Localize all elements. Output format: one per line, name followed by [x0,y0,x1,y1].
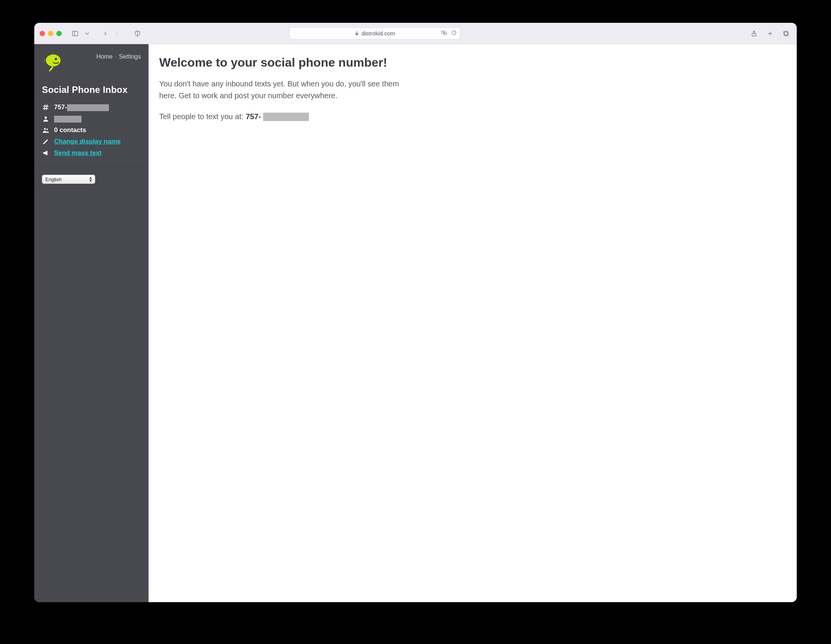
people-icon [42,127,50,134]
svg-rect-8 [784,31,788,35]
share-button[interactable] [749,28,759,39]
page-heading: Welcome to your social phone number! [159,56,786,70]
sidebar-title: Social Phone Inbox [34,81,149,102]
empty-inbox-message: You don't have any inbound texts yet. Bu… [159,78,418,102]
language-value: English [45,177,62,182]
svg-point-13 [46,129,48,130]
send-mass-text-link[interactable]: Send mass text [54,149,102,157]
nav-separator: · [115,53,117,60]
forward-button[interactable] [111,28,123,39]
sidebar-nav: Home · Settings [96,51,141,60]
phone-redacted [67,104,109,111]
tabs-overview-button[interactable] [781,28,791,39]
lock-icon [355,31,359,36]
tell-number-redacted [263,113,309,121]
phone-number-value: 757- [54,104,109,111]
minimize-window-button[interactable] [48,31,53,36]
svg-point-9 [46,54,61,67]
pencil-icon [42,138,50,145]
window-controls [40,31,62,36]
language-select[interactable]: English ▲▼ [42,175,95,184]
sidebar-toggle-button[interactable] [69,28,81,39]
back-button[interactable] [100,28,111,39]
content-area: Home · Settings Social Phone Inbox 757- [34,44,797,602]
svg-point-12 [44,128,46,130]
sidebar-dropdown-button[interactable] [82,28,93,39]
main-content: Welcome to your social phone number! You… [149,44,797,602]
svg-point-10 [55,58,57,60]
brand-logo[interactable] [41,51,64,74]
nav-settings-link[interactable]: Settings [119,53,141,60]
close-window-button[interactable] [40,31,45,36]
tell-number-prefix: 757- [246,112,261,121]
svg-rect-0 [72,31,78,36]
new-tab-button[interactable] [765,28,775,39]
display-name-value [54,115,82,123]
fullscreen-window-button[interactable] [56,31,62,36]
svg-point-11 [45,116,47,119]
address-domain: distrokid.com [361,30,395,37]
select-arrows-icon: ▲▼ [89,176,93,182]
contacts-row: 0 contacts [42,126,141,134]
sidebar-info-list: 757- 0 contacts [34,102,149,164]
tell-prefix: Tell people to text you at: [159,112,243,121]
phone-prefix: 757- [54,104,67,111]
hash-icon [42,104,50,111]
reload-button[interactable] [451,30,457,37]
display-name-redacted [54,116,82,123]
privacy-shield-button[interactable] [132,28,143,39]
titlebar: distrokid.com [34,23,797,44]
change-display-name-row: Change display name [42,138,141,145]
sidebar: Home · Settings Social Phone Inbox 757- [34,44,149,602]
send-mass-text-row: Send mass text [42,149,141,157]
browser-window: distrokid.com [34,23,797,602]
translate-icon[interactable] [441,30,447,37]
bullhorn-icon [42,150,50,156]
address-bar[interactable]: distrokid.com [289,27,460,40]
svg-rect-7 [785,32,788,36]
contacts-count: 0 contacts [54,126,86,134]
person-icon [42,115,50,122]
phone-number-row: 757- [42,104,141,111]
nav-home-link[interactable]: Home [96,53,113,60]
tell-people-line: Tell people to text you at: 757- [159,112,786,121]
display-name-row [42,115,141,123]
change-display-name-link[interactable]: Change display name [54,138,121,145]
